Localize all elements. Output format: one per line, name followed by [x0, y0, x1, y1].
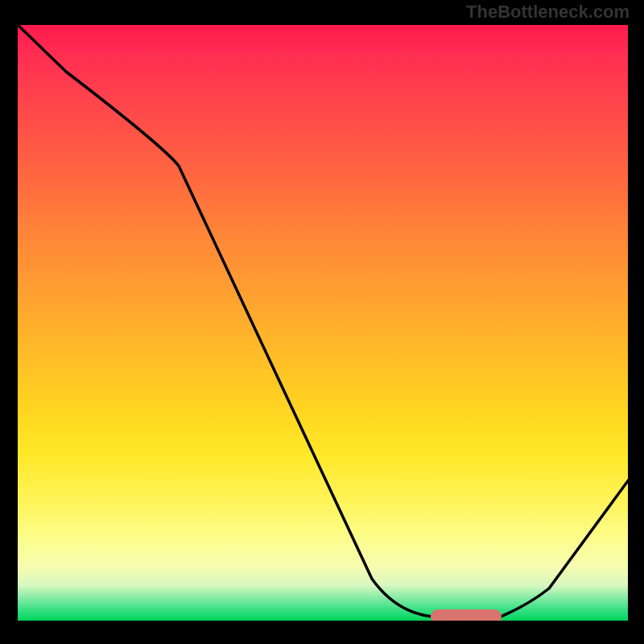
curve-svg — [18, 25, 628, 621]
optimal-range-marker — [431, 609, 502, 621]
bottleneck-curve — [18, 25, 628, 617]
chart-container — [18, 25, 628, 621]
attribution-text: TheBottleneck.com — [466, 2, 630, 23]
